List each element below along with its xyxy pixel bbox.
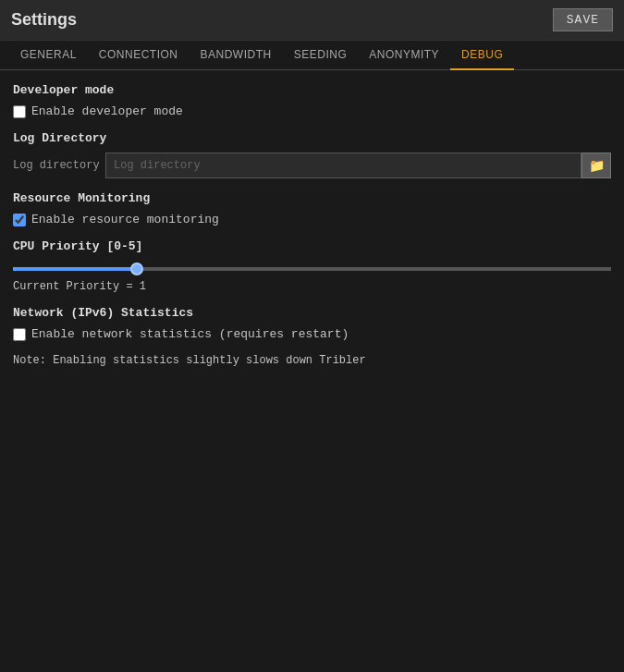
log-directory-row: Log directory 📁: [13, 153, 611, 178]
log-directory-field-label: Log directory: [13, 159, 105, 172]
cpu-priority-section-title: CPU Priority [0-5]: [13, 239, 611, 253]
developer-mode-checkbox[interactable]: [13, 105, 26, 118]
developer-mode-row: Enable developer mode: [13, 104, 611, 118]
resource-monitoring-section-title: Resource Monitoring: [13, 191, 611, 205]
tab-general[interactable]: GENERAL: [9, 41, 88, 70]
save-button[interactable]: SAVE: [553, 8, 613, 31]
tab-seeding[interactable]: SEEDING: [283, 41, 359, 70]
cpu-priority-slider[interactable]: [13, 267, 611, 271]
network-stats-note: Note: Enabling statistics slightly slows…: [13, 354, 611, 367]
resource-monitoring-row: Enable resource monitoring: [13, 213, 611, 226]
cpu-priority-slider-container: [13, 261, 611, 275]
network-stats-section-title: Network (IPv6) Statistics: [13, 306, 611, 320]
tab-anonymity[interactable]: ANONYMITY: [358, 41, 450, 70]
tab-connection[interactable]: CONNECTION: [88, 41, 190, 70]
debug-content: Developer mode Enable developer mode Log…: [0, 70, 624, 380]
header: Settings SAVE: [0, 0, 624, 41]
log-directory-input[interactable]: [105, 153, 581, 178]
tab-debug[interactable]: DEBUG: [450, 41, 514, 70]
tab-bandwidth[interactable]: BANDWIDTH: [190, 41, 283, 70]
network-stats-checkbox[interactable]: [13, 328, 26, 341]
developer-mode-section-title: Developer mode: [13, 83, 611, 97]
nav-tabs: GENERAL CONNECTION BANDWIDTH SEEDING ANO…: [0, 41, 624, 70]
folder-browse-button[interactable]: 📁: [581, 153, 611, 178]
resource-monitoring-label[interactable]: Enable resource monitoring: [31, 213, 219, 226]
network-stats-row: Enable network statistics (requires rest…: [13, 327, 611, 341]
developer-mode-label[interactable]: Enable developer mode: [31, 104, 183, 118]
network-stats-label[interactable]: Enable network statistics (requires rest…: [31, 327, 349, 341]
log-directory-section-title: Log Directory: [13, 131, 611, 145]
current-priority-text: Current Priority = 1: [13, 280, 611, 293]
page-title: Settings: [11, 10, 77, 30]
folder-icon: 📁: [589, 158, 605, 173]
resource-monitoring-checkbox[interactable]: [13, 214, 26, 226]
